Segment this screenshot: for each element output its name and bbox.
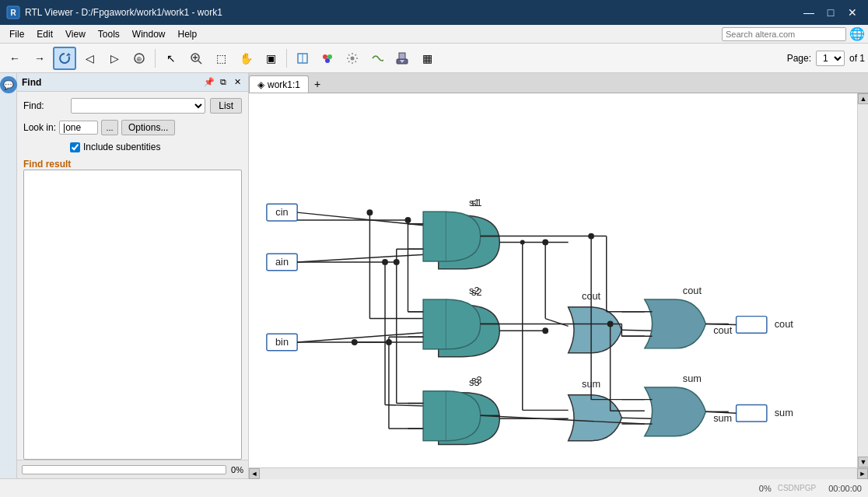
svg-text:R: R — [10, 9, 16, 17]
scroll-right-arrow[interactable]: ► — [857, 468, 868, 479]
find-input[interactable] — [71, 98, 205, 114]
svg-text:s3: s3 — [469, 376, 479, 388]
menu-edit[interactable]: Edit — [30, 27, 59, 41]
include-subentities-row: Include subentities — [23, 142, 242, 152]
scroll-up-arrow[interactable]: ▲ — [858, 93, 868, 104]
expand-button[interactable] — [291, 47, 314, 70]
scroll-down-arrow[interactable]: ▼ — [858, 457, 868, 467]
layout-button[interactable]: ▦ — [415, 47, 439, 70]
pin-button[interactable]: 📌 — [203, 76, 215, 89]
export-button[interactable] — [390, 47, 414, 70]
scroll-track-h[interactable] — [260, 468, 857, 479]
svg-rect-78 — [737, 405, 767, 422]
zoom-level: 0% — [759, 484, 772, 493]
svg-rect-62 — [423, 299, 446, 349]
options-button[interactable]: Options... — [121, 120, 175, 135]
svg-point-55 — [520, 240, 525, 244]
svg-point-90 — [405, 217, 411, 223]
lookin-label: Look in: — [23, 122, 56, 133]
svg-point-14 — [351, 56, 355, 60]
page-label: Page: — [787, 53, 811, 64]
separator-2 — [286, 49, 287, 68]
status-time: 00:00:00 — [828, 484, 862, 493]
svg-text:cout: cout — [713, 324, 733, 336]
svg-text:ain: ain — [275, 256, 289, 268]
svg-point-13 — [325, 58, 330, 63]
minimize-button[interactable]: — — [800, 4, 818, 21]
menu-help[interactable]: Help — [172, 27, 204, 41]
svg-rect-58 — [423, 212, 446, 261]
color-button[interactable] — [316, 47, 339, 70]
tab-icon: ◈ — [257, 79, 264, 90]
svg-point-96 — [394, 259, 400, 265]
close-button[interactable]: ✕ — [843, 4, 862, 21]
svg-point-12 — [327, 54, 332, 59]
vertical-scrollbar[interactable]: ▲ ▼ — [857, 93, 868, 467]
find-result-box — [23, 170, 242, 460]
svg-rect-66 — [423, 391, 446, 441]
list-button[interactable]: List — [210, 98, 242, 114]
svg-rect-16 — [399, 53, 405, 59]
svg-text:s1: s1 — [469, 197, 479, 208]
select-button[interactable]: ↖ — [159, 47, 183, 70]
svg-line-113 — [705, 324, 736, 324]
main-area: 💬 Find 📌 ⧉ ✕ Find: List Look in: — [0, 73, 868, 478]
svg-text:sum: sum — [775, 407, 793, 418]
menu-file[interactable]: File — [3, 27, 30, 41]
page-dropdown[interactable]: 1 — [816, 51, 845, 66]
svg-text:cin: cin — [275, 206, 288, 218]
svg-text:cout: cout — [683, 285, 702, 296]
float-button[interactable]: ⧉ — [217, 76, 229, 89]
browse-button[interactable]: ... — [101, 120, 118, 135]
select-rect-button[interactable]: ▣ — [259, 47, 282, 70]
nav-forward-button[interactable]: ▷ — [103, 47, 126, 70]
refresh-button[interactable] — [53, 47, 76, 70]
svg-point-49 — [542, 239, 548, 245]
settings-button[interactable] — [341, 47, 364, 70]
find-result-label: Find result — [17, 159, 248, 170]
menu-window[interactable]: Window — [126, 27, 172, 41]
svg-marker-2 — [66, 53, 71, 56]
window-title: RTL Viewer - D:/Fpgawork/work1/work1 - w… — [25, 7, 800, 18]
menu-tools[interactable]: Tools — [92, 27, 126, 41]
app-icon: R — [6, 5, 20, 19]
progress-row: 0% — [17, 460, 248, 478]
nav-back-button[interactable]: ◁ — [78, 47, 101, 70]
svg-text:sum: sum — [683, 373, 702, 384]
pan-button[interactable]: ✋ — [234, 47, 257, 70]
horizontal-scrollbar[interactable]: ◄ ► — [249, 467, 868, 478]
close-panel-button[interactable]: ✕ — [231, 76, 243, 89]
svg-point-11 — [323, 54, 327, 59]
zoom-in-button[interactable] — [184, 47, 208, 70]
scroll-track-v[interactable] — [858, 104, 868, 457]
menu-view[interactable]: View — [59, 27, 92, 41]
svg-point-111 — [588, 233, 594, 240]
progress-bar — [22, 465, 226, 474]
zoom-fit-button[interactable]: ⊕ — [128, 47, 151, 70]
forward-button[interactable]: → — [28, 47, 51, 70]
lookin-value: |one — [59, 121, 98, 135]
diagram-area: cin ain bin s1 s2 s3 — [249, 93, 857, 467]
maximize-button[interactable]: □ — [821, 4, 840, 21]
netlist-button[interactable] — [366, 47, 389, 70]
svg-line-56 — [621, 330, 652, 331]
lasso-button[interactable]: ⬚ — [209, 47, 233, 70]
separator-1 — [155, 49, 156, 68]
chat-bubble[interactable]: 💬 — [0, 76, 17, 93]
include-subentities-label: Include subentities — [83, 142, 160, 152]
svg-text:⊕: ⊕ — [136, 55, 142, 63]
svg-text:cout: cout — [775, 318, 794, 330]
add-tab-button[interactable]: + — [309, 75, 326, 93]
include-subentities-checkbox[interactable] — [70, 142, 80, 152]
status-bar: 0% CSDNPGP 00:00:00 — [0, 478, 868, 497]
progress-percent: 0% — [231, 465, 243, 474]
svg-text:s2: s2 — [469, 285, 479, 296]
rtl-diagram: cin ain bin s1 s2 s3 — [249, 93, 857, 467]
tab-label: work1:1 — [268, 79, 300, 90]
svg-point-51 — [542, 327, 548, 334]
tab-work1[interactable]: ◈ work1:1 — [249, 75, 309, 93]
menu-bar: File Edit View Tools Window Help 🌐 — [0, 25, 868, 44]
search-input[interactable] — [722, 27, 846, 41]
scroll-left-arrow[interactable]: ◄ — [249, 468, 260, 479]
back-button[interactable]: ← — [3, 47, 26, 70]
